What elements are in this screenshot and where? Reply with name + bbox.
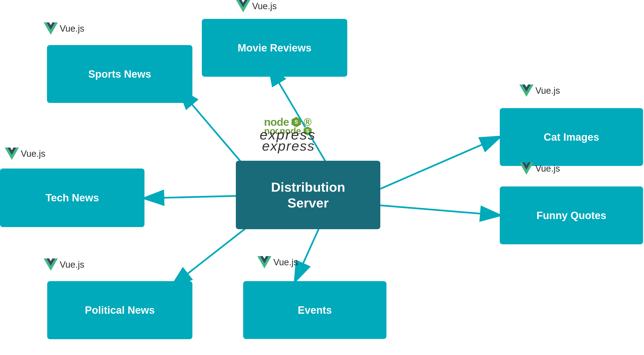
svg-line-7 [380,205,500,215]
vue-badge-political: Vue.js [44,258,84,271]
cat-images-node: Cat Images [500,108,643,166]
political-news-node: Political News [47,281,192,339]
express-text: express [260,126,316,143]
sports-news-node: Sports News [47,45,192,103]
movie-reviews-label: Movie Reviews [238,42,312,54]
distribution-server-node: DistributionServer [236,161,380,229]
svg-line-4 [172,226,248,286]
vue-logo-events [257,256,272,268]
tech-news-label: Tech News [46,192,99,204]
nodejs-hex-badge: S [290,116,302,128]
svg-text:S: S [294,119,298,125]
vue-label-political: Vue.js [60,260,84,270]
vue-logo-tech [5,148,19,160]
vue-label-cat: Vue.js [536,86,560,96]
tech-news-node: Tech News [0,168,144,227]
vue-badge-funny: Vue.js [519,162,560,175]
vue-badge-events: Vue.js [257,256,298,268]
vue-label-funny: Vue.js [536,164,560,174]
svg-line-6 [380,137,500,189]
vue-badge-cat: Vue.js [519,84,560,97]
nodejs-express-badge: node S ® express [260,116,316,143]
vue-logo-funny [519,162,534,175]
vue-logo-movie [236,0,250,12]
funny-quotes-node: Funny Quotes [500,186,643,244]
political-news-label: Political News [85,304,155,316]
movie-reviews-node: Movie Reviews [202,19,347,77]
vue-badge-sports: Vue.js [44,22,84,35]
vue-label-sports: Vue.js [60,24,84,34]
vue-label-tech: Vue.js [21,149,45,159]
vue-label-events: Vue.js [273,257,298,268]
svg-line-8 [295,229,319,281]
cat-images-label: Cat Images [544,131,599,143]
sports-news-label: Sports News [88,68,151,80]
events-node: Events [243,281,386,339]
vue-logo-political [44,258,58,271]
vue-logo-sports [44,22,58,35]
funny-quotes-label: Funny Quotes [536,210,606,222]
svg-line-3 [144,196,236,198]
vue-badge-tech: Vue.js [5,148,45,160]
vue-badge-movie: Vue.js [236,0,277,12]
events-label: Events [298,304,332,316]
vue-logo-cat [519,84,534,97]
diagram-container: n o d node S express DistributionServer … [0,0,644,355]
vue-label-movie: Vue.js [252,1,277,11]
distribution-server-label: DistributionServer [271,179,345,211]
